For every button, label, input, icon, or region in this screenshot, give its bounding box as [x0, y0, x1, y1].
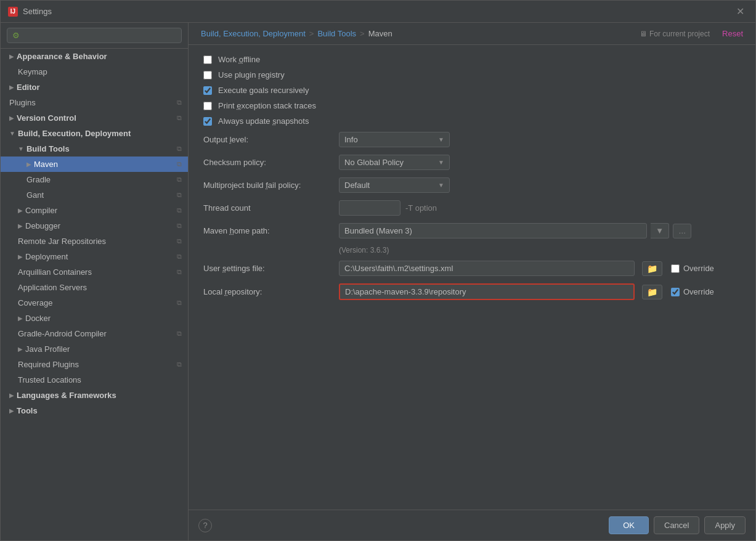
- sidebar-item-required-plugins[interactable]: Required Plugins ⧉: [1, 357, 188, 372]
- for-current-project-label: For current project: [649, 30, 710, 38]
- copy-icon: ⧉: [177, 145, 182, 153]
- sidebar-item-coverage[interactable]: Coverage ⧉: [1, 295, 188, 311]
- maven-home-dropdown-arrow[interactable]: ▼: [651, 223, 669, 238]
- copy-icon: ⧉: [177, 222, 182, 230]
- sidebar-item-appearance[interactable]: ▶ Appearance & Behavior: [1, 49, 188, 64]
- sidebar-item-build-tools[interactable]: ▼ Build Tools ⧉: [1, 141, 188, 157]
- sidebar-item-label: Java Profiler: [25, 344, 70, 354]
- sidebar-item-label: Plugins: [9, 98, 36, 107]
- arrow-icon: ▶: [18, 207, 23, 214]
- output-level-row: Output level: Info ▼: [203, 132, 741, 147]
- print-exception-checkbox[interactable]: [203, 102, 212, 110]
- search-input[interactable]: [23, 31, 176, 40]
- multiproject-policy-row: Multiproject build fail policy: Default …: [203, 177, 741, 193]
- reset-button[interactable]: Reset: [722, 29, 743, 38]
- sidebar-item-docker[interactable]: ▶ Docker: [1, 311, 188, 326]
- copy-icon: ⧉: [177, 360, 182, 368]
- user-settings-row: User settings file: 📁 Override: [203, 261, 741, 276]
- title-bar: IJ Settings ✕: [1, 1, 755, 23]
- sidebar-item-label: Maven: [34, 160, 58, 169]
- local-repo-label: Local repository:: [203, 287, 339, 296]
- sidebar-item-trusted-locations[interactable]: Trusted Locations: [1, 372, 188, 388]
- work-offline-text: Work offline: [218, 55, 260, 64]
- app-icon: IJ: [8, 7, 18, 17]
- multiproject-policy-dropdown[interactable]: Default ▼: [339, 177, 450, 193]
- thread-count-label: Thread count: [203, 203, 339, 213]
- sidebar-item-label: Gant: [26, 190, 44, 200]
- arrow-icon: ▼: [18, 145, 24, 152]
- local-repo-input[interactable]: [339, 283, 635, 300]
- sidebar-item-gradle-android[interactable]: Gradle-Android Compiler ⧉: [1, 326, 188, 341]
- search-icon: ⚙: [12, 31, 20, 40]
- dropdown-arrow-icon: ▼: [438, 182, 444, 189]
- sidebar-item-keymap[interactable]: Keymap: [1, 64, 188, 79]
- breadcrumb-part2[interactable]: Build Tools: [317, 29, 356, 38]
- sidebar-item-label: Gradle: [26, 175, 51, 184]
- apply-button[interactable]: Apply: [704, 516, 746, 534]
- sidebar-item-java-profiler[interactable]: ▶ Java Profiler: [1, 341, 188, 357]
- sidebar-item-label: Build, Execution, Deployment: [18, 129, 131, 138]
- use-plugin-registry-row: Use plugin registry: [203, 70, 741, 79]
- sidebar-item-deployment[interactable]: ▶ Deployment ⧉: [1, 249, 188, 264]
- local-repo-override-checkbox[interactable]: [671, 288, 680, 296]
- sidebar-item-tools[interactable]: ▶ Tools: [1, 403, 188, 418]
- sidebar-item-maven[interactable]: ▶ Maven ⧉: [1, 157, 188, 172]
- copy-icon: ⧉: [177, 299, 182, 307]
- sidebar-item-label: Compiler: [25, 206, 57, 215]
- user-settings-folder-button[interactable]: 📁: [642, 261, 662, 276]
- sidebar-item-remote-jar[interactable]: Remote Jar Repositories ⧉: [1, 234, 188, 249]
- sidebar-item-label: Editor: [17, 83, 40, 92]
- sidebar: ⚙ ▶ Appearance & Behavior Keymap ▶ Edito: [1, 23, 189, 540]
- search-wrap[interactable]: ⚙: [7, 28, 182, 43]
- sidebar-item-build-execution[interactable]: ▼ Build, Execution, Deployment: [1, 126, 188, 141]
- sidebar-item-debugger[interactable]: ▶ Debugger ⧉: [1, 218, 188, 234]
- window-title: Settings: [23, 7, 733, 16]
- user-settings-control: 📁 Override: [339, 261, 714, 276]
- local-repo-override-label: Override: [683, 287, 714, 296]
- sidebar-item-arquillian[interactable]: Arquillian Containers ⧉: [1, 264, 188, 280]
- breadcrumb-part1[interactable]: Build, Execution, Deployment: [201, 29, 306, 38]
- user-settings-label: User settings file:: [203, 264, 339, 273]
- work-offline-label: Work offline: [218, 55, 260, 64]
- user-settings-input[interactable]: [339, 261, 635, 276]
- print-exception-label: Print exception stack traces: [218, 101, 316, 110]
- execute-goals-checkbox[interactable]: [203, 86, 212, 95]
- thread-count-row: Thread count -T option: [203, 200, 741, 216]
- close-button[interactable]: ✕: [733, 4, 748, 18]
- sidebar-item-label: Application Servers: [18, 283, 87, 292]
- sidebar-item-plugins[interactable]: Plugins ⧉: [1, 95, 188, 110]
- arrow-icon: ▶: [18, 253, 23, 260]
- copy-icon: ⧉: [177, 268, 182, 276]
- cancel-button[interactable]: Cancel: [654, 516, 699, 534]
- user-settings-override-checkbox[interactable]: [671, 264, 680, 273]
- thread-count-input[interactable]: [339, 200, 400, 216]
- sidebar-item-gant[interactable]: Gant ⧉: [1, 187, 188, 203]
- checksum-policy-dropdown[interactable]: No Global Policy ▼: [339, 155, 450, 170]
- sidebar-item-app-servers[interactable]: Application Servers: [1, 280, 188, 295]
- footer-right: OK Cancel Apply: [609, 516, 746, 534]
- sidebar-item-version-control[interactable]: ▶ Version Control ⧉: [1, 110, 188, 126]
- maven-home-label: Maven home path:: [203, 226, 339, 235]
- maven-home-browse-button[interactable]: …: [673, 224, 691, 238]
- use-plugin-registry-checkbox[interactable]: [203, 71, 212, 79]
- copy-icon: ⧉: [177, 206, 182, 214]
- work-offline-checkbox[interactable]: [203, 55, 212, 64]
- checksum-policy-row: Checksum policy: No Global Policy ▼: [203, 155, 741, 170]
- sidebar-item-gradle[interactable]: Gradle ⧉: [1, 172, 188, 187]
- breadcrumb-current: Maven: [368, 29, 392, 38]
- sidebar-item-languages-frameworks[interactable]: ▶ Languages & Frameworks: [1, 388, 188, 403]
- maven-home-control: Bundled (Maven 3) ▼ …: [339, 223, 691, 238]
- sidebar-item-label: Arquillian Containers: [18, 267, 92, 277]
- breadcrumb: Build, Execution, Deployment > Build Too…: [189, 23, 755, 45]
- always-update-label: Always update snapshots: [218, 116, 309, 126]
- print-exception-row: Print exception stack traces: [203, 101, 741, 110]
- always-update-checkbox[interactable]: [203, 117, 212, 126]
- local-repo-folder-button[interactable]: 📁: [642, 285, 662, 299]
- sidebar-item-editor[interactable]: ▶ Editor: [1, 79, 188, 95]
- ok-button[interactable]: OK: [609, 516, 649, 534]
- help-button[interactable]: ?: [198, 519, 212, 532]
- maven-home-dropdown[interactable]: Bundled (Maven 3): [339, 223, 647, 238]
- output-level-dropdown[interactable]: Info ▼: [339, 132, 450, 147]
- sidebar-item-compiler[interactable]: ▶ Compiler ⧉: [1, 203, 188, 218]
- sidebar-item-label: Deployment: [25, 252, 68, 261]
